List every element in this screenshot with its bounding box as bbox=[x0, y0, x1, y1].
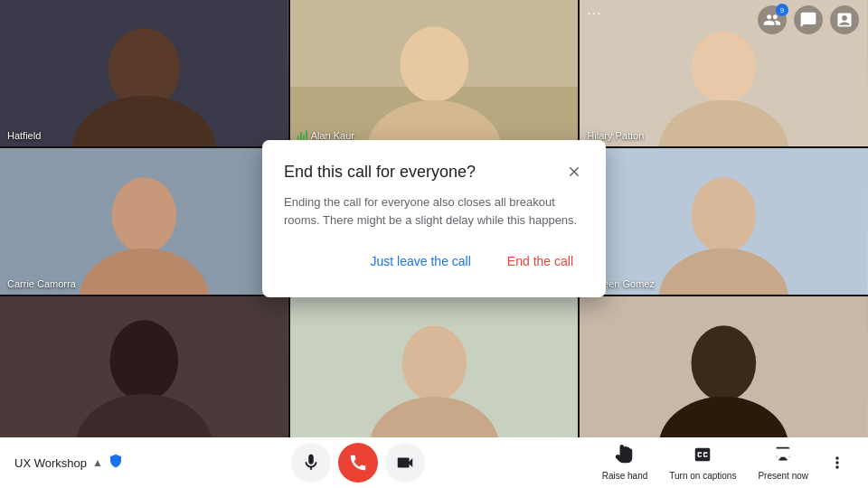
center-controls bbox=[123, 443, 593, 483]
more-options-dots-button[interactable] bbox=[821, 446, 854, 479]
leave-call-button[interactable]: Just leave the call bbox=[360, 247, 482, 276]
present-now-button[interactable]: Present now bbox=[749, 441, 817, 484]
modal-header: End this call for everyone? bbox=[284, 162, 584, 183]
raise-hand-button[interactable]: Raise hand bbox=[593, 441, 657, 484]
bottom-bar: UX Workshop ▲ bbox=[0, 437, 868, 488]
meeting-name: UX Workshop bbox=[14, 456, 87, 470]
end-call-button[interactable]: End the call bbox=[496, 247, 584, 276]
meeting-title-area: UX Workshop ▲ bbox=[14, 454, 123, 472]
modal-actions: Just leave the call End the call bbox=[284, 247, 584, 276]
camera-button[interactable] bbox=[385, 443, 425, 483]
captions-button[interactable]: Turn on captions bbox=[660, 441, 745, 484]
mute-button[interactable] bbox=[291, 443, 331, 483]
right-controls: Raise hand Turn on captions Present now bbox=[593, 441, 854, 484]
modal-overlay: End this call for everyone? Ending the c… bbox=[0, 0, 868, 437]
present-now-label: Present now bbox=[758, 471, 808, 481]
present-icon bbox=[773, 445, 793, 469]
security-icon bbox=[108, 454, 123, 472]
end-call-modal: End this call for everyone? Ending the c… bbox=[262, 140, 606, 297]
raise-hand-icon bbox=[615, 445, 635, 469]
raise-hand-label: Raise hand bbox=[602, 471, 648, 481]
modal-close-button[interactable] bbox=[564, 162, 584, 182]
captions-label: Turn on captions bbox=[669, 471, 736, 481]
chevron-up-icon: ▲ bbox=[92, 456, 103, 469]
modal-title: End this call for everyone? bbox=[284, 162, 476, 183]
modal-body: Ending the call for everyone also closes… bbox=[284, 193, 584, 229]
captions-icon bbox=[693, 445, 712, 469]
end-call-phone-button[interactable] bbox=[338, 443, 378, 483]
